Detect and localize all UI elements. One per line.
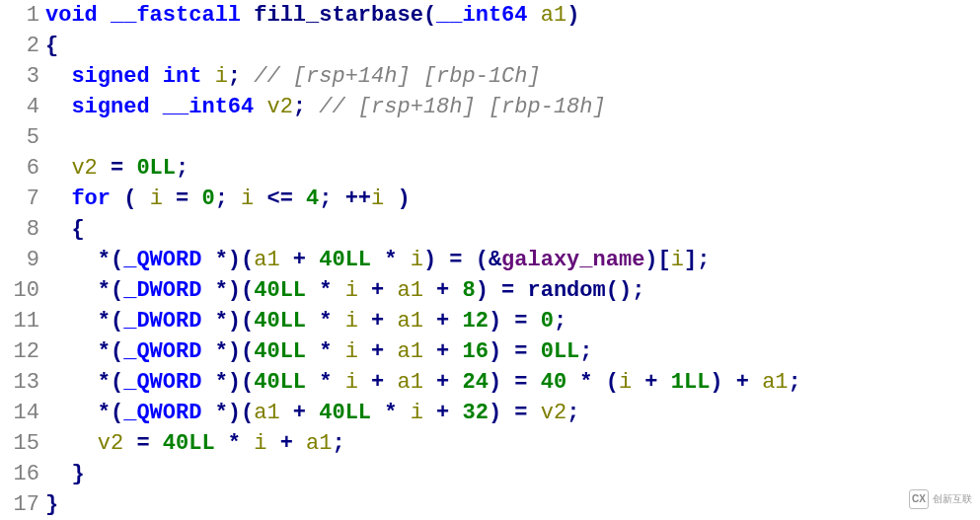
line-number: 6 <box>0 153 45 184</box>
code-text[interactable] <box>45 122 980 153</box>
keyword: __int64 <box>436 3 527 28</box>
line-number: 7 <box>0 184 45 214</box>
watermark-icon: CX <box>909 489 929 509</box>
local-var: i <box>345 278 358 303</box>
code-line[interactable]: 5 <box>0 122 980 153</box>
number: 16 <box>463 339 489 364</box>
line-number: 12 <box>0 336 45 367</box>
line-number: 3 <box>0 61 45 92</box>
local-var: v2 <box>71 156 97 181</box>
type: _DWORD <box>123 278 201 303</box>
keyword: for <box>71 186 111 211</box>
code-line[interactable]: 11 *(_DWORD *)(40LL * i + a1 + 12) = 0; <box>0 306 980 336</box>
local-var: i <box>371 186 384 211</box>
number: 40 <box>541 370 566 395</box>
line-number: 17 <box>0 489 45 520</box>
line-number: 5 <box>0 122 45 153</box>
line-number: 16 <box>0 459 45 489</box>
code-viewport[interactable]: 1void __fastcall fill_starbase(__int64 a… <box>0 0 980 520</box>
comment: // [rsp+18h] [rbp-18h] <box>319 95 605 119</box>
code-line[interactable]: 17} <box>0 489 980 520</box>
code-line[interactable]: 6 v2 = 0LL; <box>0 153 980 184</box>
code-text[interactable]: *(_QWORD *)(a1 + 40LL * i) = (&galaxy_na… <box>45 245 980 275</box>
code-text[interactable]: *(_DWORD *)(40LL * i + a1 + 8) = random(… <box>45 275 980 306</box>
number: 40LL <box>163 431 215 456</box>
parameter: a1 <box>762 370 788 395</box>
keyword: __fastcall <box>111 3 241 28</box>
code-line[interactable]: 3 signed int i; // [rsp+14h] [rbp-1Ch] <box>0 61 980 92</box>
code-text[interactable]: *(_QWORD *)(40LL * i + a1 + 24) = 40 * (… <box>45 367 980 398</box>
number: 8 <box>463 278 476 303</box>
code-line[interactable]: 16 } <box>0 459 980 489</box>
parameter: a1 <box>397 339 422 364</box>
number: 40LL <box>254 309 306 334</box>
code-text[interactable]: } <box>45 459 980 489</box>
code-text[interactable]: { <box>45 31 980 61</box>
local-var: i <box>411 248 423 272</box>
code-line[interactable]: 12 *(_QWORD *)(40LL * i + a1 + 16) = 0LL… <box>0 336 980 367</box>
local-var: i <box>254 431 266 456</box>
code-line[interactable]: 1void __fastcall fill_starbase(__int64 a… <box>0 0 980 31</box>
local-var: v2 <box>98 431 123 456</box>
local-var: i <box>671 248 684 272</box>
code-line[interactable]: 8 { <box>0 214 980 245</box>
code-text[interactable]: v2 = 40LL * i + a1; <box>45 428 980 459</box>
keyword: signed <box>71 64 149 89</box>
local-var: i <box>241 186 254 211</box>
number: 40LL <box>254 370 306 395</box>
number: 40LL <box>254 339 306 364</box>
line-number: 13 <box>0 367 45 398</box>
keyword: signed <box>71 95 149 119</box>
code-text[interactable]: *(_QWORD *)(a1 + 40LL * i + 32) = v2; <box>45 398 980 428</box>
local-var: v2 <box>266 95 292 119</box>
number: 0LL <box>136 156 176 181</box>
number: 0 <box>541 309 554 334</box>
line-number: 2 <box>0 31 45 61</box>
number: 4 <box>306 186 319 211</box>
code-line[interactable]: 14 *(_QWORD *)(a1 + 40LL * i + 32) = v2; <box>0 398 980 428</box>
watermark: CX 创新互联 <box>909 483 972 514</box>
watermark-text: 创新互联 <box>933 483 972 514</box>
type: _QWORD <box>123 370 201 395</box>
local-var: i <box>411 401 423 425</box>
keyword: void <box>45 3 98 28</box>
code-text[interactable]: v2 = 0LL; <box>45 153 980 184</box>
parameter: a1 <box>306 431 332 456</box>
code-line[interactable]: 7 for ( i = 0; i <= 4; ++i ) <box>0 184 980 214</box>
code-text[interactable]: } <box>45 489 980 520</box>
code-text[interactable]: signed __int64 v2; // [rsp+18h] [rbp-18h… <box>45 92 980 122</box>
code-text[interactable]: *(_DWORD *)(40LL * i + a1 + 12) = 0; <box>45 306 980 336</box>
code-line[interactable]: 4 signed __int64 v2; // [rsp+18h] [rbp-1… <box>0 92 980 122</box>
code-text[interactable]: *(_QWORD *)(40LL * i + a1 + 16) = 0LL; <box>45 336 980 367</box>
line-number: 10 <box>0 275 45 306</box>
code-line[interactable]: 10 *(_DWORD *)(40LL * i + a1 + 8) = rand… <box>0 275 980 306</box>
code-line[interactable]: 9 *(_QWORD *)(a1 + 40LL * i) = (&galaxy_… <box>0 245 980 275</box>
parameter: a1 <box>254 401 279 425</box>
code-line[interactable]: 13 *(_QWORD *)(40LL * i + a1 + 24) = 40 … <box>0 367 980 398</box>
number: 0 <box>201 186 214 211</box>
parameter: a1 <box>397 278 422 303</box>
type: _QWORD <box>123 401 201 425</box>
code-text[interactable]: for ( i = 0; i <= 4; ++i ) <box>45 184 980 214</box>
code-text[interactable]: signed int i; // [rsp+14h] [rbp-1Ch] <box>45 61 980 92</box>
number: 0LL <box>541 339 580 364</box>
type: _DWORD <box>123 309 201 334</box>
function-name: fill_starbase <box>254 3 423 28</box>
parameter: a1 <box>397 370 422 395</box>
global-var: galaxy_name <box>501 248 644 272</box>
code-text[interactable]: { <box>45 214 980 245</box>
line-number: 9 <box>0 245 45 275</box>
line-number: 11 <box>0 306 45 336</box>
code-line[interactable]: 15 v2 = 40LL * i + a1; <box>0 428 980 459</box>
line-number: 8 <box>0 214 45 245</box>
code-line[interactable]: 2{ <box>0 31 980 61</box>
line-number: 1 <box>0 0 45 31</box>
local-var: i <box>150 186 163 211</box>
keyword: __int64 <box>163 95 254 119</box>
local-var: i <box>345 309 358 334</box>
parameter: a1 <box>541 3 566 28</box>
code-text[interactable]: void __fastcall fill_starbase(__int64 a1… <box>45 0 980 31</box>
keyword: int <box>163 64 202 89</box>
number: 1LL <box>671 370 711 395</box>
local-var: i <box>619 370 632 395</box>
